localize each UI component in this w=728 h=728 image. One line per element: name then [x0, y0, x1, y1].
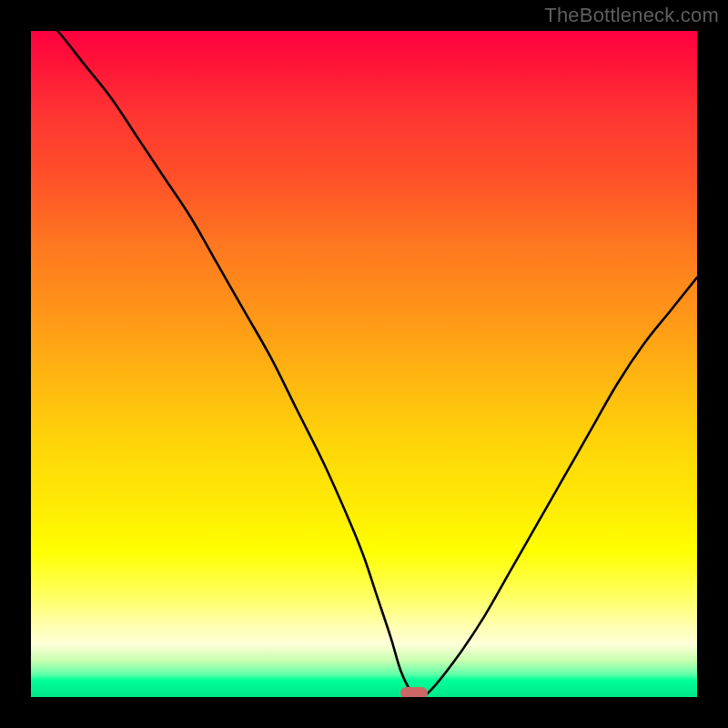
- optimal-point-marker: [400, 687, 429, 697]
- plot-area: [31, 31, 697, 697]
- watermark-label: TheBottleneck.com: [544, 4, 719, 27]
- bottleneck-curve: [31, 31, 697, 697]
- chart-container: TheBottleneck.com: [0, 0, 728, 728]
